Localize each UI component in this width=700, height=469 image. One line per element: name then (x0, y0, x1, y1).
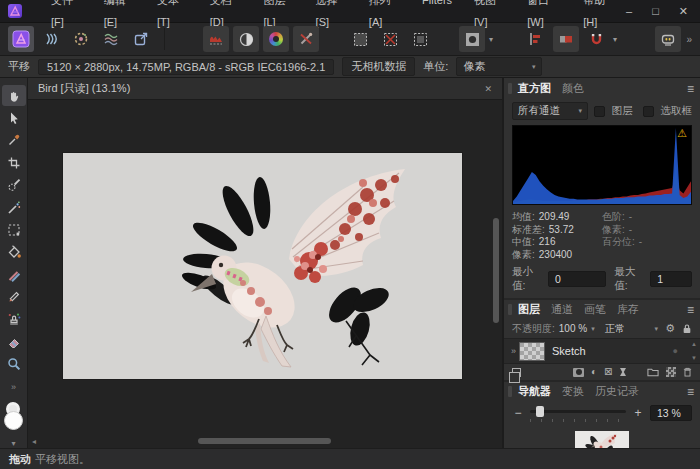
maximize-button[interactable]: □ (652, 5, 659, 18)
panel-menu-icon[interactable]: ≡ (687, 303, 694, 317)
max-input[interactable]: 1 (650, 271, 692, 287)
auto-contrast-button[interactable] (233, 26, 259, 52)
tool-flood-select[interactable] (2, 197, 26, 218)
fill-color-swatch[interactable] (4, 411, 23, 430)
document-tab-close-icon[interactable]: ✕ (484, 84, 492, 94)
marquee-checkbox[interactable] (643, 106, 654, 117)
tool-blur[interactable] (2, 354, 26, 375)
tool-crop[interactable] (2, 152, 26, 173)
blend-mode-select[interactable]: 正常 (605, 322, 625, 336)
layer-expand-icon[interactable]: » (511, 346, 516, 356)
tab-colour[interactable]: 颜色 (562, 81, 584, 96)
panel-grip-handle[interactable] (508, 83, 512, 94)
tool-color-picker[interactable] (2, 130, 26, 151)
zoom-slider[interactable] (530, 406, 626, 420)
liquify-persona-button[interactable] (38, 26, 64, 52)
tone-mapping-persona-button[interactable] (98, 26, 124, 52)
deselect-button[interactable] (377, 26, 403, 52)
auto-levels-button[interactable] (203, 26, 229, 52)
hourglass-icon[interactable] (619, 367, 627, 377)
unit-select[interactable]: 像素 ▾ (456, 57, 542, 76)
auto-colour-button[interactable] (263, 26, 289, 52)
alignment-button[interactable] (523, 26, 549, 52)
document-tab[interactable]: Bird [只读] (13.1%) (38, 81, 130, 96)
panel-grip-handle[interactable] (508, 304, 512, 315)
gear-icon[interactable]: ⚙ (665, 322, 675, 335)
tool-pan[interactable] (2, 85, 26, 106)
layer-visibility-dot[interactable]: ● (673, 346, 678, 356)
min-input[interactable]: 0 (548, 271, 606, 287)
insert-behind-button[interactable] (553, 26, 579, 52)
panel-grip-handle[interactable] (508, 386, 512, 397)
magnifier-icon (6, 356, 22, 372)
tools-overflow-button[interactable]: » (11, 382, 16, 392)
toolbar-overflow-button[interactable]: » (686, 34, 692, 45)
channel-select[interactable]: 所有通道 ▾ (512, 102, 588, 120)
tool-mixer-brush[interactable] (2, 264, 26, 285)
document-canvas[interactable] (63, 153, 462, 379)
duplicate-layer-icon[interactable] (512, 368, 521, 377)
tool-marquee[interactable] (2, 219, 26, 240)
tab-channels[interactable]: 通道 (551, 302, 573, 317)
tool-clone-stamp[interactable] (2, 309, 26, 330)
tab-brushes[interactable]: 画笔 (584, 302, 606, 317)
lock-icon[interactable] (682, 323, 692, 334)
tool-pencil[interactable] (2, 286, 26, 307)
layer-list-scroll[interactable]: ▲▼ (691, 339, 697, 363)
snapping-button[interactable] (583, 26, 609, 52)
canvas-viewport[interactable]: ◂ (28, 100, 502, 448)
zoom-out-button[interactable]: − (512, 406, 524, 420)
horizontal-scrollbar[interactable]: ◂ (32, 437, 492, 446)
trash-icon[interactable] (683, 367, 692, 377)
hand-icon (6, 88, 22, 104)
group-folder-icon[interactable] (647, 367, 659, 377)
swatches-chevron-icon[interactable]: ▾ (11, 439, 15, 448)
select-all-button[interactable] (347, 26, 373, 52)
quick-mask-button[interactable] (459, 26, 485, 52)
mean-value: 209.49 (539, 211, 570, 224)
snapping-dropdown-chevron[interactable]: ▾ (613, 35, 617, 44)
scroll-left-arrow-icon[interactable]: ◂ (32, 437, 36, 446)
mask-layer-icon[interactable] (573, 368, 584, 377)
tab-histogram[interactable]: 直方图 (518, 81, 551, 96)
auto-white-balance-button[interactable] (293, 26, 319, 52)
tab-stock[interactable]: 库存 (617, 302, 639, 317)
horizontal-scrollbar-thumb[interactable] (198, 438, 331, 444)
panel-menu-icon[interactable]: ≡ (687, 385, 694, 399)
tab-layers[interactable]: 图层 (518, 302, 540, 317)
assistant-button[interactable] (655, 26, 681, 52)
tool-move[interactable] (2, 107, 26, 128)
panel-menu-icon[interactable]: ≡ (687, 82, 694, 96)
adjustment-layer-icon[interactable]: ◐ (591, 367, 597, 377)
new-pixel-layer-icon[interactable] (666, 367, 676, 377)
color-swatches[interactable] (2, 402, 26, 433)
layer-effects-icon[interactable]: ⊠ (604, 367, 612, 377)
blend-chevron-icon[interactable]: ▾ (655, 325, 659, 333)
tool-selection-brush[interactable] (2, 175, 26, 196)
zoom-slider-thumb[interactable] (536, 406, 544, 417)
invert-selection-button[interactable] (407, 26, 433, 52)
zoom-value-input[interactable]: 13 % (650, 405, 692, 421)
minimize-button[interactable]: – (626, 5, 632, 18)
layer-thumbnail[interactable] (519, 342, 545, 361)
chevron-down-icon[interactable]: ▾ (591, 325, 595, 333)
layer-checkbox[interactable] (594, 106, 605, 117)
zoom-in-button[interactable]: + (632, 406, 644, 420)
photo-persona-button[interactable] (8, 26, 34, 52)
layer-name[interactable]: Sketch (552, 345, 586, 357)
tab-history[interactable]: 历史记录 (595, 384, 639, 399)
quick-mask-dropdown-chevron[interactable]: ▾ (489, 35, 493, 44)
layer-row-sketch[interactable]: » Sketch ● ▲▼ (504, 338, 700, 364)
develop-persona-button[interactable] (68, 26, 94, 52)
stddev-value: 53.72 (549, 224, 574, 237)
export-persona-button[interactable] (128, 26, 154, 52)
tool-erase[interactable] (2, 331, 26, 352)
tool-flood-fill[interactable] (2, 242, 26, 263)
vertical-scrollbar[interactable] (493, 218, 499, 323)
close-button[interactable]: ✕ (679, 5, 688, 18)
paint-bucket-icon (6, 244, 22, 260)
deselect-icon (382, 31, 399, 48)
opacity-value[interactable]: 100 % (559, 323, 587, 334)
tab-transform[interactable]: 变换 (562, 384, 584, 399)
tab-navigator[interactable]: 导航器 (518, 384, 551, 399)
